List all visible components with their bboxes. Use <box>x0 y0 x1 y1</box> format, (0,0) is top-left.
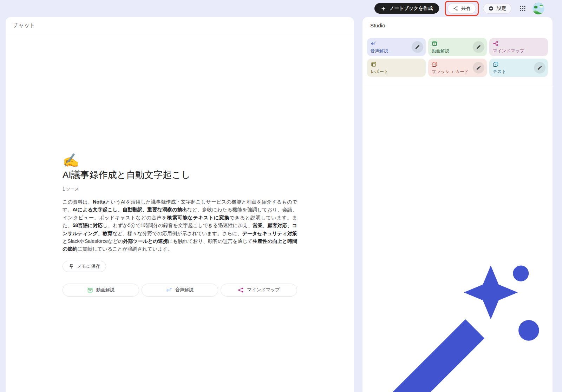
studio-card[interactable]: 動画解説 <box>428 38 487 56</box>
gear-icon <box>488 6 494 11</box>
pin-icon <box>68 264 74 269</box>
suggestion-chip[interactable]: 音声解説 <box>142 284 218 297</box>
studio-cards-grid: 音声解説 動画解説 マインドマップ レポート フラッシュ カード ? テスト <box>362 34 553 85</box>
edit-button[interactable] <box>412 41 423 53</box>
settings-button[interactable]: 設定 <box>483 3 511 14</box>
studio-card[interactable]: レポート <box>367 59 426 77</box>
quiz-icon: ? <box>493 61 498 67</box>
studio-card[interactable]: 音声解説 <box>367 38 426 56</box>
studio-card-label: レポート <box>371 69 422 75</box>
studio-card[interactable]: ? テスト <box>489 59 548 77</box>
studio-panel-title: Studio <box>370 22 385 28</box>
flashcards-icon <box>432 61 437 67</box>
edit-button[interactable] <box>534 62 545 74</box>
summary-text: この資料は、NottaというAIを活用した議事録作成・文字起こしサービスの機能と… <box>63 198 297 253</box>
suggestion-chip-label: 動画解説 <box>96 287 115 293</box>
studio-card-label: マインドマップ <box>493 48 544 54</box>
notebook-title: AI議事録作成と自動文字起こし <box>63 168 297 181</box>
save-to-note-button[interactable]: メモに保存 <box>63 261 106 272</box>
create-notebook-label: ノートブックを作成 <box>390 5 433 12</box>
video-icon <box>432 41 437 46</box>
chat-panel-header: チャット <box>6 17 354 34</box>
suggestion-chip[interactable]: マインドマップ <box>221 284 297 297</box>
studio-panel: Studio 音声解説 動画解説 マインドマップ レポート フラッシュ カード <box>362 17 553 392</box>
pencil-icon <box>537 65 542 71</box>
top-bar: ノートブックを作成 共有 設定 <box>0 0 562 17</box>
plus-icon <box>381 6 386 11</box>
pencil-icon <box>476 45 481 50</box>
notebook-summary-block: ✍️ AI議事録作成と自動文字起こし 1 ソース この資料は、NottaというA… <box>63 34 297 297</box>
report-icon <box>371 61 376 67</box>
suggestion-chip-label: マインドマップ <box>247 287 280 293</box>
studio-card[interactable]: マインドマップ <box>489 38 548 56</box>
pencil-icon <box>415 45 420 50</box>
suggestion-chips-row: 動画解説 音声解説 マインドマップ <box>63 284 297 297</box>
waveform-icon <box>166 287 172 293</box>
suggestion-chip-label: 音声解説 <box>175 287 194 293</box>
video-icon <box>87 287 93 293</box>
studio-panel-header: Studio <box>362 17 553 34</box>
share-label: 共有 <box>461 5 471 12</box>
settings-label: 設定 <box>497 5 506 12</box>
summary-actions-row: メモに保存 <box>63 261 297 272</box>
notebook-emoji: ✍️ <box>63 153 297 168</box>
edit-button[interactable] <box>473 62 484 74</box>
studio-card[interactable]: フラッシュ カード <box>428 59 487 77</box>
edit-button[interactable] <box>473 41 484 53</box>
magic-wand-icon <box>362 251 553 392</box>
pencil-icon <box>476 65 481 71</box>
source-count: 1 ソース <box>63 186 297 192</box>
chat-panel-title: チャット <box>13 22 35 29</box>
studio-empty-state: スタジオの出力はここに保存されます。 ソースを追加したら、クリックして音声解説、… <box>362 251 553 392</box>
mindmap-icon <box>493 41 498 46</box>
suggestion-chip[interactable]: 動画解説 <box>63 284 139 297</box>
annotation-highlight-box: 共有 <box>445 1 479 16</box>
share-icon <box>453 6 458 11</box>
chat-panel: チャット ✍️ AI議事録作成と自動文字起こし 1 ソース この資料は、Nott… <box>6 17 354 392</box>
mindmap-icon <box>238 287 244 293</box>
save-to-note-label: メモに保存 <box>77 263 100 270</box>
share-button[interactable]: 共有 <box>447 3 476 14</box>
apps-grid-icon[interactable] <box>519 5 526 12</box>
create-notebook-button[interactable]: ノートブックを作成 <box>374 3 439 14</box>
svg-text:?: ? <box>495 64 496 66</box>
waveform-icon <box>371 41 376 46</box>
avatar[interactable] <box>532 2 544 14</box>
